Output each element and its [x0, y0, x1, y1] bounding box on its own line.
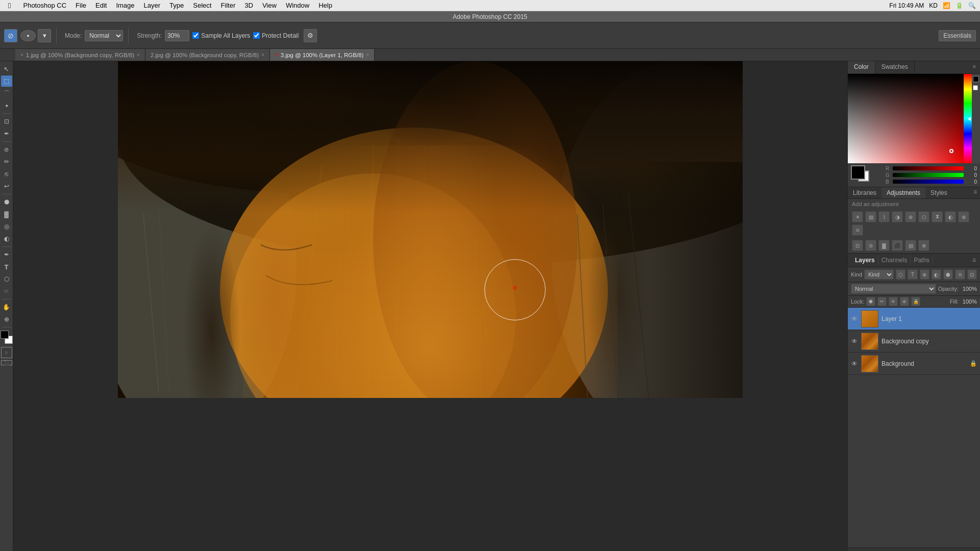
- opacity-value[interactable]: 100%: [961, 286, 977, 292]
- invert-adj[interactable]: ⊘: [865, 240, 876, 251]
- healing-brush-tool[interactable]: ⊘: [1, 144, 12, 155]
- dodge-tool[interactable]: ◐: [1, 233, 12, 244]
- lock-artboard-btn[interactable]: ⊕: [900, 297, 909, 306]
- b-slider[interactable]: [893, 180, 964, 184]
- menu-filter[interactable]: Filter: [216, 1, 239, 10]
- blend-mode-select[interactable]: Normal Multiply Screen Overlay: [851, 284, 936, 294]
- exposure-adj[interactable]: ◑: [892, 211, 903, 222]
- filter-adj-btn[interactable]: ⊕: [920, 269, 929, 280]
- search-icon[interactable]: 🔍: [968, 2, 976, 9]
- filter-attr-btn[interactable]: ⬢: [943, 269, 953, 280]
- apple-menu[interactable]: : [4, 0, 15, 11]
- r-slider[interactable]: [893, 166, 964, 170]
- blur-tool[interactable]: ◎: [1, 221, 12, 232]
- tab-2[interactable]: 2.jpg @ 100% (Background copy, RGB/8) ×: [145, 49, 270, 61]
- filter-mode-btn[interactable]: ◐: [932, 269, 941, 280]
- gradient-tool[interactable]: ▓: [1, 209, 12, 220]
- tab-3[interactable]: × 3.jpg @ 100% (Layer 1, RGB/8) ×: [270, 49, 375, 61]
- curves-adj[interactable]: ⌇: [878, 211, 890, 222]
- heal-tool-btn[interactable]: ⊘: [4, 29, 17, 42]
- menu-help[interactable]: Help: [314, 1, 336, 10]
- tab-1-close[interactable]: ×: [137, 52, 140, 58]
- canvas-area[interactable]: 100% ⬢ Doc: 22.8M/62.8M ▶: [13, 61, 847, 551]
- threshold-adj[interactable]: ⬛: [892, 240, 903, 251]
- lasso-tool[interactable]: ⌒: [1, 88, 12, 99]
- menu-type[interactable]: Type: [165, 1, 188, 10]
- reset-colors-btn[interactable]: [973, 76, 979, 82]
- brightness-contrast-adj[interactable]: ☀: [852, 211, 863, 222]
- bw-adj[interactable]: ◐: [945, 211, 956, 222]
- selective-color-adj[interactable]: ⊕: [918, 240, 929, 251]
- filter-type-btn[interactable]: T: [908, 269, 917, 280]
- text-tool[interactable]: T: [1, 261, 12, 272]
- selection-tool[interactable]: ⬚: [1, 76, 12, 87]
- shape-tool[interactable]: ⬡: [1, 273, 12, 285]
- menu-photoshop[interactable]: Photoshop CC: [19, 1, 70, 10]
- layer-row-background[interactable]: 👁 Background 🔒: [848, 353, 980, 375]
- bg-copy-visibility[interactable]: 👁: [851, 338, 858, 345]
- tab-swatches[interactable]: Swatches: [875, 61, 915, 73]
- brush-size-icon[interactable]: ●: [20, 30, 36, 41]
- layer-row-bg-copy[interactable]: 👁 Background copy: [848, 330, 980, 353]
- lock-transparent-btn[interactable]: ⬢: [866, 297, 875, 306]
- vibrance-adj[interactable]: ⊛: [905, 211, 916, 222]
- menu-layer[interactable]: Layer: [140, 1, 165, 10]
- foreground-color-swatch[interactable]: [1, 331, 9, 339]
- pen-tool[interactable]: ✒: [1, 249, 12, 260]
- color-lookup-adj[interactable]: ⊡: [852, 240, 863, 251]
- filter-smart-btn[interactable]: ⧈: [955, 269, 965, 280]
- tab-color[interactable]: Color: [848, 61, 875, 73]
- tab-layers[interactable]: Layers: [852, 256, 878, 265]
- channel-mixer-adj[interactable]: ⧈: [852, 224, 863, 236]
- strength-input[interactable]: [165, 30, 189, 41]
- g-slider[interactable]: [893, 173, 964, 177]
- quick-select-tool[interactable]: ✦: [1, 100, 12, 111]
- menu-image[interactable]: Image: [112, 1, 138, 10]
- photo-filter-adj[interactable]: ⊕: [958, 211, 969, 222]
- protect-detail-checkbox[interactable]: [253, 32, 260, 39]
- history-brush-tool[interactable]: ↩: [1, 181, 12, 192]
- zoom-tool[interactable]: ⊕: [1, 314, 12, 325]
- new-layer-group-btn[interactable]: ⬡: [896, 269, 905, 280]
- lock-all-btn[interactable]: 🔒: [911, 297, 920, 306]
- quick-mask-btn[interactable]: ○: [1, 347, 12, 358]
- fill-value[interactable]: 100%: [961, 298, 977, 305]
- layers-kind-select[interactable]: Kind Name Effect: [864, 269, 894, 280]
- hue-sat-adj[interactable]: ⬡: [918, 211, 929, 222]
- menu-window[interactable]: Window: [282, 1, 313, 10]
- posterize-adj[interactable]: ▓: [878, 240, 890, 251]
- extra-options-btn[interactable]: ⚙: [304, 29, 317, 42]
- tab-channels[interactable]: Channels: [878, 256, 911, 265]
- move-tool[interactable]: ↖: [1, 63, 12, 74]
- essentials-button[interactable]: Essentials: [939, 30, 976, 41]
- crop-tool[interactable]: ⊡: [1, 116, 12, 127]
- hand-tool[interactable]: ✋: [1, 302, 12, 313]
- path-select-tool[interactable]: ☞: [1, 286, 12, 297]
- brush-options-icon[interactable]: ▾: [38, 29, 51, 42]
- tab-1[interactable]: × 1.jpg @ 100% (Background copy, RGB/8) …: [15, 49, 145, 61]
- levels-adj[interactable]: ▤: [865, 211, 876, 222]
- lock-position-btn[interactable]: ✛: [889, 297, 898, 306]
- menu-3d[interactable]: 3D: [240, 1, 257, 10]
- tab-styles[interactable]: Styles: [925, 187, 952, 198]
- filter-color-btn[interactable]: ⊡: [967, 269, 977, 280]
- color-gradient-area[interactable]: [848, 74, 964, 163]
- color-panel-options[interactable]: ≡: [969, 61, 980, 73]
- lock-image-btn[interactable]: ✏: [877, 297, 887, 306]
- clone-stamp-tool[interactable]: ⎋: [1, 168, 12, 180]
- brush-tool[interactable]: ✏: [1, 156, 12, 167]
- foreground-color-swatch-right[interactable]: [851, 165, 865, 180]
- tab-adjustments[interactable]: Adjustments: [881, 187, 925, 198]
- menu-select[interactable]: Select: [189, 1, 215, 10]
- swap-colors-btn[interactable]: [973, 85, 978, 90]
- menu-file[interactable]: File: [71, 1, 90, 10]
- tab-libraries[interactable]: Libraries: [848, 187, 881, 198]
- tab-2-close[interactable]: ×: [261, 52, 264, 58]
- tab-paths[interactable]: Paths: [911, 256, 933, 265]
- color-spectrum-area[interactable]: [964, 74, 972, 163]
- menu-view[interactable]: View: [258, 1, 281, 10]
- menu-edit[interactable]: Edit: [91, 1, 111, 10]
- adj-panel-options[interactable]: ≡: [970, 187, 980, 198]
- layer-1-visibility[interactable]: 👁: [851, 315, 858, 322]
- layer-row-layer1[interactable]: 👁 Layer 1: [848, 308, 980, 330]
